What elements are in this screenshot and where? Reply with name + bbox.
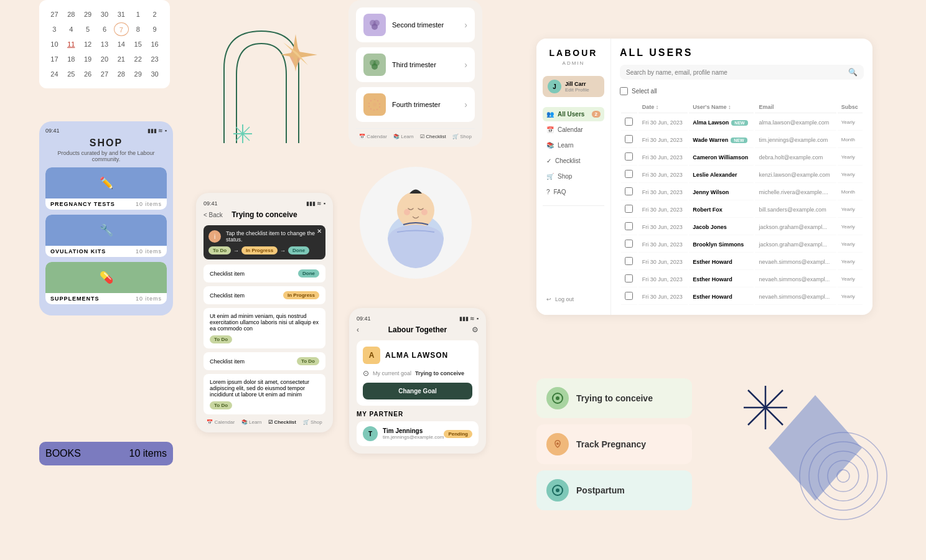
tooltip-close[interactable]: ✕ bbox=[317, 228, 322, 235]
cal-day[interactable]: 4 bbox=[63, 22, 78, 36]
nav-checklist[interactable]: ☑ Checklist bbox=[420, 134, 446, 139]
cal-day[interactable]: 24 bbox=[47, 67, 62, 81]
sidebar-item-checklist[interactable]: ✓ Checklist bbox=[543, 154, 604, 168]
cal-day[interactable]: 15 bbox=[131, 37, 146, 51]
row-checkbox[interactable] bbox=[621, 149, 637, 166]
nav-shop[interactable]: 🛒 Shop bbox=[452, 134, 472, 139]
logout-button[interactable]: ↩ Log out bbox=[543, 294, 604, 305]
row-checkbox[interactable] bbox=[621, 271, 637, 287]
shop-item-supplements[interactable]: 💊 SUPPLEMENTS 10 items bbox=[45, 262, 167, 304]
nav-chk[interactable]: ☑ Checklist bbox=[268, 419, 296, 425]
trimester-second[interactable]: Second trimester › bbox=[356, 7, 475, 42]
trimester-fourth[interactable]: Fourth trimester › bbox=[356, 87, 475, 122]
chevron-icon-2: › bbox=[464, 60, 467, 70]
sidebar-item-allusers[interactable]: 👥 All Users 2 bbox=[543, 107, 604, 121]
row-checkbox[interactable] bbox=[621, 132, 637, 148]
cal-day[interactable]: 29 bbox=[80, 7, 95, 21]
admin-user-role[interactable]: Edit Profile bbox=[565, 87, 589, 93]
checklist-row-4[interactable]: Checklist item To Do bbox=[203, 352, 325, 370]
gear-icon[interactable]: ⚙ bbox=[472, 325, 479, 334]
th-date[interactable]: Date ↕ bbox=[638, 101, 688, 113]
row-checkbox[interactable] bbox=[621, 254, 637, 270]
cal-day[interactable]: 19 bbox=[80, 52, 95, 66]
table-row[interactable]: Fri 30 Jun, 2023 Robert Fox bill.sanders… bbox=[621, 202, 863, 218]
cal-day[interactable]: 2 bbox=[147, 7, 162, 21]
row-checkbox[interactable] bbox=[621, 167, 637, 183]
cal-day[interactable]: 30 bbox=[97, 7, 112, 21]
nav-lrn[interactable]: 📚 Learn bbox=[241, 419, 262, 425]
select-all-checkbox[interactable] bbox=[620, 87, 628, 95]
table-row[interactable]: Fri 30 Jun, 2023 Cameron Williamson debr… bbox=[621, 149, 863, 166]
nav-shp[interactable]: 🛒 Shop bbox=[303, 419, 322, 425]
checklist-row-2[interactable]: Checklist item In Progress bbox=[203, 286, 325, 304]
cal-day[interactable]: 14 bbox=[114, 37, 129, 51]
books-item[interactable]: BOOKS 10 items bbox=[39, 442, 173, 465]
cal-day[interactable]: 22 bbox=[131, 52, 146, 66]
cal-day[interactable]: 18 bbox=[63, 52, 78, 66]
cal-day[interactable]: 21 bbox=[114, 52, 129, 66]
sidebar-item-learn[interactable]: 📚 Learn bbox=[543, 138, 604, 152]
cal-day[interactable]: 10 bbox=[47, 37, 62, 51]
cal-today[interactable]: 7 bbox=[114, 22, 129, 36]
cal-day[interactable]: 23 bbox=[147, 52, 162, 66]
table-row[interactable]: Fri 30 Jun, 2023 Wade WarrenNEW tim.jenn… bbox=[621, 132, 863, 148]
admin-user-badge[interactable]: J Jill Carr Edit Profile bbox=[543, 76, 604, 97]
cal-day[interactable]: 5 bbox=[80, 22, 95, 36]
table-row[interactable]: Fri 30 Jun, 2023 Jacob Jones jackson.gra… bbox=[621, 219, 863, 235]
row-checkbox[interactable] bbox=[621, 236, 637, 253]
cal-day[interactable]: 3 bbox=[47, 22, 62, 36]
table-row[interactable]: Fri 30 Jun, 2023 Jenny Wilson michelle.r… bbox=[621, 184, 863, 200]
trimester-third[interactable]: Third trimester › bbox=[356, 47, 475, 82]
checklist-row-3[interactable]: Ut enim ad minim veniam, quis nostrud ex… bbox=[203, 308, 325, 348]
cal-day[interactable]: 25 bbox=[63, 67, 78, 81]
partner-row[interactable]: T Tim Jennings tim.jennings@example.com … bbox=[357, 421, 479, 446]
row-checkbox[interactable] bbox=[621, 184, 637, 200]
nav-cal[interactable]: 📅 Calendar bbox=[207, 419, 235, 425]
th-name[interactable]: User's Name ↕ bbox=[689, 101, 754, 113]
change-goal-button[interactable]: Change Goal bbox=[363, 383, 472, 399]
table-row[interactable]: Fri 30 Jun, 2023 Esther Howard nevaeh.si… bbox=[621, 271, 863, 287]
labour-back-button[interactable]: ‹ bbox=[357, 325, 359, 334]
nav-learn[interactable]: 📚 Learn bbox=[393, 134, 414, 139]
cal-day[interactable]: 30 bbox=[147, 67, 162, 81]
sidebar-item-shop[interactable]: 🛒 Shop bbox=[543, 169, 604, 184]
table-row[interactable]: Fri 30 Jun, 2023 Esther Howard nevaeh.si… bbox=[621, 254, 863, 270]
cal-day[interactable]: 6 bbox=[97, 22, 112, 36]
cal-day[interactable]: 16 bbox=[147, 37, 162, 51]
goal-card-track[interactable]: Track Pregnancy bbox=[536, 424, 692, 464]
table-row[interactable]: Fri 30 Jun, 2023 Leslie Alexander kenzi.… bbox=[621, 167, 863, 183]
goal-card-postpartum[interactable]: Postpartum bbox=[536, 470, 692, 510]
row-checkbox[interactable] bbox=[621, 289, 637, 305]
cal-day[interactable]: 9 bbox=[147, 22, 162, 36]
row-checkbox[interactable] bbox=[621, 114, 637, 131]
cal-day[interactable]: 20 bbox=[97, 52, 112, 66]
cal-day[interactable]: 8 bbox=[131, 22, 146, 36]
row-checkbox[interactable] bbox=[621, 202, 637, 218]
nav-calendar[interactable]: 📅 Calendar bbox=[359, 134, 387, 139]
cal-day[interactable]: 27 bbox=[47, 7, 62, 21]
cal-day[interactable]: 12 bbox=[80, 37, 95, 51]
cal-day[interactable]: 1 bbox=[131, 7, 146, 21]
cal-day[interactable]: 29 bbox=[131, 67, 146, 81]
back-button[interactable]: < Back bbox=[203, 212, 223, 218]
cal-day[interactable]: 28 bbox=[114, 67, 129, 81]
cal-day[interactable]: 27 bbox=[97, 67, 112, 81]
sidebar-item-calendar[interactable]: 📅 Calendar bbox=[543, 123, 604, 137]
cal-day[interactable]: 17 bbox=[47, 52, 62, 66]
shop-item-ovulation-kits[interactable]: 🔧 OVULATION KITS 10 items bbox=[45, 215, 167, 257]
table-row[interactable]: Fri 30 Jun, 2023 Alma LawsonNEW alma.law… bbox=[621, 114, 863, 131]
cal-day[interactable]: 28 bbox=[63, 7, 78, 21]
cal-day[interactable]: 11 bbox=[63, 37, 78, 51]
goal-card-trying[interactable]: Trying to conceive bbox=[536, 378, 692, 418]
admin-search-input[interactable] bbox=[626, 69, 848, 76]
cal-day[interactable]: 31 bbox=[114, 7, 129, 21]
cal-day[interactable]: 13 bbox=[97, 37, 112, 51]
checklist-row-5[interactable]: Lorem ipsum dolor sit amet, consectetur … bbox=[203, 374, 325, 414]
checklist-row-1[interactable]: Checklist item Done bbox=[203, 264, 325, 282]
sidebar-item-faq[interactable]: ? FAQ bbox=[543, 185, 604, 199]
table-row[interactable]: Fri 30 Jun, 2023 Brooklyn Simmons jackso… bbox=[621, 236, 863, 253]
cal-day[interactable]: 26 bbox=[80, 67, 95, 81]
table-row[interactable]: Fri 30 Jun, 2023 Esther Howard nevaeh.si… bbox=[621, 289, 863, 305]
row-checkbox[interactable] bbox=[621, 219, 637, 235]
shop-item-pregnancy-tests[interactable]: ✏️ PREGNANCY TESTS 10 items bbox=[45, 167, 167, 210]
